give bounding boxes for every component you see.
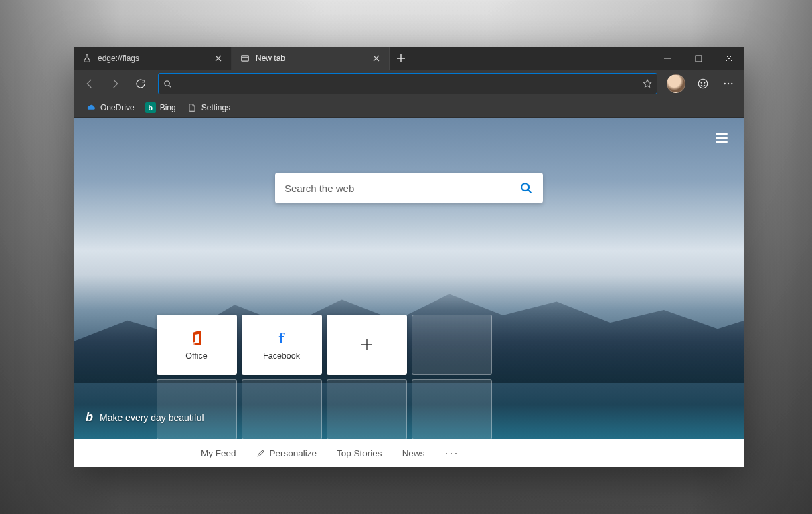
tile-placeholder[interactable] — [412, 379, 492, 440]
bing-icon: b — [145, 102, 156, 113]
close-window-button[interactable] — [714, 47, 744, 70]
svg-point-5 — [704, 82, 705, 83]
feed-bar: My Feed Personalize Top Stories News ··· — [74, 439, 744, 467]
favorite-settings[interactable]: Settings — [183, 100, 234, 116]
newtab-page: Office f Facebook b Make ev — [74, 118, 744, 467]
web-search-box[interactable] — [275, 173, 543, 203]
bing-tagline[interactable]: b Make every day beautiful — [86, 410, 204, 424]
favorite-star-icon[interactable] — [642, 78, 653, 89]
feed-myfeed[interactable]: My Feed — [201, 448, 236, 458]
window-controls — [652, 47, 744, 70]
feed-label: Top Stories — [337, 448, 382, 458]
page-icon — [187, 102, 197, 113]
favorite-onedrive[interactable]: OneDrive — [82, 100, 139, 116]
feed-more-button[interactable]: ··· — [444, 446, 459, 460]
svg-point-3 — [698, 79, 708, 88]
forward-button[interactable] — [103, 72, 127, 96]
office-icon — [189, 329, 205, 347]
bing-tagline-text: Make every day beautiful — [100, 412, 204, 423]
svg-point-4 — [701, 82, 702, 83]
facebook-icon: f — [279, 329, 285, 347]
toolbar — [74, 70, 744, 98]
search-icon — [163, 79, 173, 89]
tile-add[interactable] — [327, 315, 407, 375]
tile-facebook[interactable]: f Facebook — [242, 315, 322, 375]
more-menu-button[interactable] — [716, 72, 740, 96]
titlebar: edge://flags New tab — [74, 47, 744, 70]
tile-placeholder[interactable] — [242, 379, 322, 440]
tab-strip: edge://flags New tab — [74, 47, 412, 70]
cloud-icon — [86, 102, 96, 113]
address-bar[interactable] — [158, 73, 657, 94]
new-tab-button[interactable] — [390, 47, 412, 70]
feed-news[interactable]: News — [402, 448, 425, 458]
address-input[interactable] — [177, 78, 638, 89]
svg-rect-0 — [242, 56, 249, 61]
feed-label: Personalize — [270, 448, 317, 458]
feedback-smiley-button[interactable] — [691, 72, 715, 96]
bing-logo-icon: b — [86, 410, 93, 424]
refresh-button[interactable] — [129, 72, 153, 96]
tile-placeholder[interactable] — [327, 379, 407, 440]
favorites-bar: OneDrive b Bing Settings — [74, 98, 744, 118]
svg-point-6 — [724, 83, 726, 84]
minimize-button[interactable] — [652, 47, 683, 70]
feed-label: My Feed — [201, 448, 236, 458]
svg-point-2 — [165, 80, 170, 86]
page-settings-button[interactable] — [711, 127, 732, 149]
newtab-favicon-icon — [240, 53, 250, 64]
feed-label: News — [402, 448, 425, 458]
search-submit-icon[interactable] — [519, 181, 534, 195]
favorite-bing[interactable]: b Bing — [141, 100, 180, 116]
tile-office[interactable]: Office — [157, 315, 237, 375]
tile-placeholder[interactable] — [412, 315, 492, 375]
tab-label: edge://flags — [98, 54, 206, 63]
tab-flags[interactable]: edge://flags — [74, 47, 232, 70]
maximize-button[interactable] — [683, 47, 714, 70]
tile-label: Facebook — [263, 351, 300, 361]
top-sites-grid: Office f Facebook — [156, 315, 662, 440]
web-search-input[interactable] — [285, 183, 512, 194]
tab-close-button[interactable] — [369, 51, 384, 66]
svg-point-9 — [521, 183, 529, 191]
feed-personalize[interactable]: Personalize — [256, 448, 317, 458]
back-button[interactable] — [78, 72, 102, 96]
favorite-label: Settings — [201, 103, 230, 112]
svg-point-7 — [728, 83, 729, 84]
svg-point-8 — [731, 83, 732, 84]
favorite-label: Bing — [160, 103, 176, 112]
profile-avatar[interactable] — [667, 74, 685, 93]
browser-window: edge://flags New tab — [74, 47, 744, 467]
svg-rect-1 — [696, 56, 702, 62]
feed-topstories[interactable]: Top Stories — [337, 448, 382, 458]
favorite-label: OneDrive — [100, 103, 135, 112]
tile-placeholder[interactable] — [157, 379, 237, 440]
tab-close-button[interactable] — [211, 51, 226, 66]
tab-label: New tab — [256, 54, 363, 63]
plus-icon — [360, 335, 374, 354]
tile-label: Office — [185, 351, 207, 361]
pencil-icon — [256, 448, 266, 458]
tab-newtab[interactable]: New tab — [232, 47, 390, 70]
flask-icon — [82, 53, 92, 64]
